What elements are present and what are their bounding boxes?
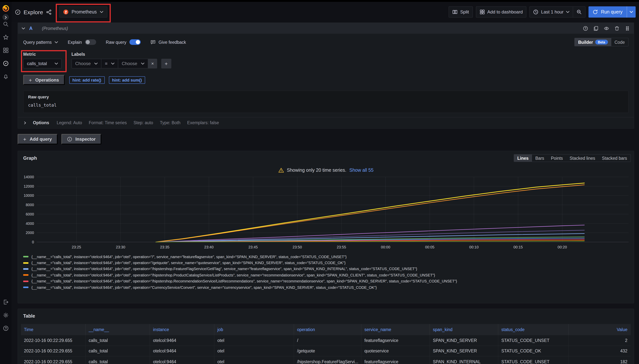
- metric-select[interactable]: calls_total: [23, 59, 62, 68]
- operations-button[interactable]: + Operations: [23, 75, 64, 85]
- table-column-header-name[interactable]: __name__: [85, 324, 150, 335]
- duplicate-query-icon[interactable]: [593, 26, 598, 31]
- table-body: 2022-10-16 00:22:29.655calls_totalotelco…: [21, 335, 631, 364]
- label-operator-select[interactable]: =: [101, 59, 118, 68]
- inspector-button[interactable]: Inspector: [61, 134, 101, 144]
- table-cell: 182: [568, 356, 631, 364]
- legend-label: {__name__="calls_total", instance="otelc…: [32, 279, 457, 284]
- table-column-header-statuscode[interactable]: status_code: [498, 324, 568, 335]
- legend-item-1[interactable]: {__name__="calls_total", instance="otelc…: [23, 260, 631, 266]
- query-hint-button-0[interactable]: hint: add rate(): [69, 76, 104, 84]
- options-summary-item-4: Exemplars: false: [187, 120, 219, 125]
- collapse-chevron-icon[interactable]: [22, 27, 25, 29]
- table-cell: 2022-10-16 00:22:29.655: [21, 335, 85, 346]
- drag-handle-icon[interactable]: [625, 26, 630, 31]
- x-axis-tick: 23:35: [160, 245, 170, 249]
- add-query-button[interactable]: + Add query: [18, 134, 58, 144]
- x-axis-tick: 23:55: [337, 245, 346, 249]
- sign-in-icon[interactable]: [3, 299, 8, 305]
- builder-tab[interactable]: Builder Beta: [575, 38, 611, 46]
- table-cell: otelcol:9464: [150, 335, 214, 346]
- run-query-button[interactable]: Run query: [589, 6, 627, 18]
- table-cell: otel: [214, 356, 294, 364]
- table-cell: SPAN_KIND_INTERNAL: [430, 356, 498, 364]
- sync-icon: [593, 9, 598, 14]
- legend-item-clipped[interactable]: [23, 290, 631, 291]
- share-icon[interactable]: [46, 9, 52, 15]
- dashboards-icon[interactable]: [3, 48, 8, 53]
- table-column-header-job[interactable]: job: [214, 324, 294, 335]
- legend-label: {__name__="calls_total", instance="otelc…: [32, 267, 417, 271]
- graph-mode-stacked-lines[interactable]: Stacked lines: [566, 154, 598, 162]
- alerting-bell-icon[interactable]: [3, 74, 8, 79]
- datasource-name: Prometheus: [72, 9, 97, 14]
- grafana-logo-icon[interactable]: [2, 4, 10, 12]
- raw-query-toggle[interactable]: [130, 39, 141, 45]
- explore-compass-icon[interactable]: [3, 60, 8, 66]
- options-summary-item-0: Legend: Auto: [57, 120, 82, 125]
- chevron-down-icon: [100, 11, 103, 13]
- time-series-chart[interactable]: 0200040006000800010000120001400023:2523:…: [21, 174, 631, 254]
- query-row-header[interactable]: A (Prometheus): [18, 23, 634, 34]
- y-axis-tick: 14000: [24, 175, 34, 179]
- query-hint-button-1[interactable]: hint: add sum(): [109, 76, 145, 84]
- give-feedback-link[interactable]: Give feedback: [150, 40, 186, 45]
- chevron-down-icon: [94, 62, 98, 65]
- legend-item-5[interactable]: {__name__="calls_total", instance="otelc…: [23, 284, 631, 290]
- datasource-picker[interactable]: Prometheus: [59, 6, 107, 18]
- legend-item-0[interactable]: {__name__="calls_total", instance="otelc…: [23, 254, 631, 260]
- label-key-select[interactable]: Choose: [72, 59, 102, 68]
- page-title: Explore: [24, 9, 43, 15]
- prometheus-icon: [64, 9, 69, 14]
- chevron-down-icon: [111, 62, 115, 65]
- explain-toggle[interactable]: [85, 39, 96, 45]
- graph-mode-stacked-bars[interactable]: Stacked bars: [598, 154, 630, 162]
- table-column-header-Value[interactable]: Value: [568, 324, 631, 335]
- delete-query-trash-icon[interactable]: [614, 26, 620, 31]
- comment-icon: [150, 40, 156, 45]
- legend-item-2[interactable]: {__name__="calls_total", instance="otelc…: [23, 266, 631, 272]
- top-navbar: Explore Prometheus: [12, 2, 639, 22]
- table-cell: 432: [568, 346, 631, 356]
- y-axis-tick: 4000: [26, 222, 34, 226]
- series-limit-warning: Showing only 20 time series.: [287, 168, 346, 173]
- graph-mode-lines[interactable]: Lines: [514, 154, 532, 162]
- starred-icon[interactable]: [3, 34, 8, 40]
- add-label-button[interactable]: +: [161, 59, 171, 68]
- warning-triangle-icon: [278, 168, 284, 173]
- run-query-dropdown-button[interactable]: [627, 6, 636, 18]
- options-row[interactable]: Options Legend: AutoFormat: Time seriesS…: [18, 117, 634, 128]
- label-value-select[interactable]: Choose: [118, 59, 148, 68]
- x-axis-tick: 23:25: [72, 245, 81, 249]
- add-to-dashboard-button[interactable]: Add to dashboard: [476, 6, 526, 18]
- zoom-out-button[interactable]: [573, 7, 585, 17]
- table-column-header-spankind[interactable]: span_kind: [430, 324, 498, 335]
- table-column-header-Time[interactable]: Time: [21, 324, 85, 335]
- graph-mode-bars[interactable]: Bars: [532, 154, 548, 162]
- show-all-series-link[interactable]: Show all 55: [349, 168, 373, 173]
- x-axis-tick: 23:50: [292, 245, 302, 249]
- table-column-header-servicename[interactable]: service_name: [361, 324, 430, 335]
- legend-item-3[interactable]: {__name__="calls_total", instance="otelc…: [23, 272, 631, 278]
- graph-legend: {__name__="calls_total", instance="otelc…: [23, 254, 631, 291]
- time-range-button[interactable]: Last 1 hour: [530, 7, 573, 17]
- settings-gear-icon[interactable]: [3, 312, 8, 318]
- legend-item-4[interactable]: {__name__="calls_total", instance="otelc…: [23, 278, 631, 284]
- query-patterns-dropdown[interactable]: Query patterns: [23, 40, 58, 44]
- legend-swatch: [23, 274, 28, 276]
- query-help-icon[interactable]: [583, 26, 588, 31]
- table-panel: Table Time__name__instancejoboperationse…: [18, 309, 634, 364]
- table-cell: featureflagservice: [361, 335, 430, 346]
- sidebar-expand-button[interactable]: [2, 14, 8, 20]
- chevron-down-icon: [141, 62, 144, 65]
- code-tab[interactable]: Code: [611, 38, 628, 46]
- toggle-visibility-eye-icon[interactable]: [604, 26, 609, 31]
- table-column-header-instance[interactable]: instance: [150, 324, 214, 335]
- graph-mode-points[interactable]: Points: [548, 154, 566, 162]
- remove-label-button[interactable]: ×: [148, 59, 157, 68]
- help-icon[interactable]: [3, 326, 8, 331]
- split-button[interactable]: Split: [448, 6, 473, 18]
- search-icon[interactable]: [3, 21, 8, 27]
- table-column-header-operation[interactable]: operation: [294, 324, 361, 335]
- legend-swatch: [23, 268, 28, 270]
